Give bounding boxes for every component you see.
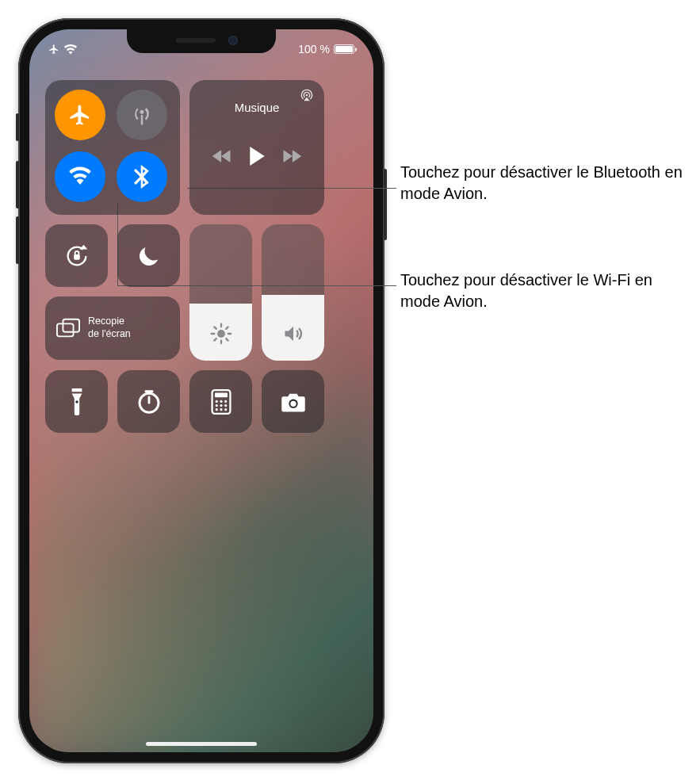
wifi-status-icon [64, 44, 77, 54]
volume-slider[interactable] [262, 224, 324, 361]
svg-point-24 [224, 403, 227, 406]
battery-percent-label: 100 % [298, 43, 330, 55]
iphone-frame: 100 % [18, 18, 384, 763]
flashlight-icon [70, 388, 84, 415]
play-button[interactable] [247, 146, 266, 170]
do-not-disturb-toggle[interactable] [117, 224, 180, 287]
svg-point-26 [220, 408, 222, 411]
svg-rect-2 [57, 323, 74, 336]
cellular-antenna-icon [130, 103, 154, 127]
callout-wifi: Touchez pour désactiver le Wi-Fi en mode… [400, 270, 686, 312]
svg-point-20 [220, 400, 222, 402]
camera-button[interactable] [262, 370, 324, 433]
timer-button[interactable] [117, 370, 180, 433]
bluetooth-icon [132, 165, 151, 189]
screen-mirroring-button[interactable]: Recopie de l'écran [45, 296, 180, 360]
screen-mirroring-label: Recopie de l'écran [88, 315, 131, 340]
screen: 100 % [29, 29, 373, 752]
notch [127, 29, 276, 53]
airplane-status-icon [48, 44, 59, 55]
svg-point-29 [290, 400, 296, 406]
svg-rect-1 [74, 254, 80, 260]
camera-icon [280, 391, 307, 413]
calculator-icon [211, 389, 231, 415]
svg-point-4 [217, 330, 225, 338]
home-indicator[interactable] [146, 742, 257, 746]
timer-icon [136, 389, 162, 415]
wifi-toggle[interactable] [55, 151, 105, 202]
previous-track-button[interactable] [211, 148, 233, 167]
music-module[interactable]: Musique [189, 80, 324, 215]
svg-point-21 [224, 400, 227, 402]
svg-point-25 [215, 408, 217, 411]
svg-line-11 [214, 338, 216, 340]
svg-point-27 [224, 408, 227, 411]
airplay-icon[interactable] [299, 88, 315, 105]
svg-rect-3 [63, 319, 79, 332]
battery-icon [334, 44, 354, 54]
bluetooth-toggle[interactable] [117, 151, 167, 202]
mute-switch [16, 113, 19, 141]
orientation-lock-toggle[interactable] [45, 224, 108, 287]
screen-mirroring-icon [56, 318, 80, 338]
wifi-icon [68, 165, 92, 189]
svg-point-22 [215, 403, 217, 406]
music-title-label: Musique [199, 101, 315, 114]
svg-rect-18 [215, 392, 228, 397]
volume-down-button [16, 216, 19, 264]
volume-icon [282, 323, 304, 348]
calculator-button[interactable] [189, 370, 252, 433]
next-track-button[interactable] [281, 148, 303, 167]
svg-point-23 [220, 403, 222, 406]
orientation-lock-icon [63, 243, 90, 270]
flashlight-button[interactable] [45, 370, 108, 433]
svg-line-10 [226, 338, 228, 340]
moon-icon [136, 243, 162, 269]
volume-up-button [16, 161, 19, 208]
connectivity-module[interactable] [45, 80, 180, 215]
cellular-data-toggle[interactable] [117, 90, 167, 140]
power-button [384, 169, 387, 240]
svg-line-12 [226, 327, 228, 328]
airplane-icon [68, 103, 92, 127]
brightness-slider[interactable] [189, 224, 252, 361]
svg-point-13 [75, 400, 78, 403]
airplane-mode-toggle[interactable] [55, 90, 105, 140]
svg-point-0 [306, 94, 308, 97]
svg-point-19 [215, 400, 217, 402]
svg-line-9 [214, 327, 216, 328]
callout-bluetooth: Touchez pour désactiver le Bluetooth en … [400, 162, 694, 205]
brightness-icon [210, 323, 232, 348]
control-center: Musique [45, 80, 358, 442]
